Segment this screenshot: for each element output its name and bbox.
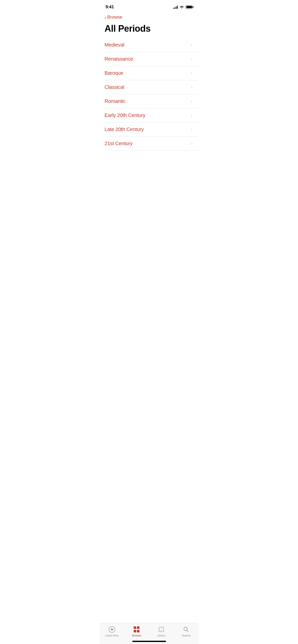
period-name: Renaissance: [105, 56, 133, 62]
list-item[interactable]: Medieval ›: [105, 38, 198, 52]
list-item[interactable]: Late 20th Century ›: [105, 123, 198, 137]
chevron-right-icon: ›: [191, 113, 192, 118]
list-item[interactable]: Romantic ›: [105, 94, 198, 108]
battery-fill: [186, 6, 192, 8]
list-item[interactable]: Early 20th Century ›: [105, 108, 198, 123]
status-icons: [173, 6, 192, 9]
signal-bar-3: [176, 7, 177, 9]
chevron-right-icon: ›: [191, 56, 192, 62]
chevron-right-icon: ›: [191, 85, 192, 90]
chevron-right-icon: ›: [191, 99, 192, 104]
chevron-right-icon: ›: [191, 70, 192, 76]
status-bar: 9:41: [100, 0, 198, 13]
page-title: All Periods: [105, 23, 193, 34]
chevron-right-icon: ›: [191, 141, 192, 146]
period-name: Early 20th Century: [105, 112, 145, 118]
signal-bars-icon: [173, 6, 178, 9]
status-time: 9:41: [106, 5, 114, 10]
period-name: 21st Century: [105, 141, 133, 146]
list-item[interactable]: 21st Century ›: [105, 137, 198, 151]
period-name: Baroque: [105, 70, 123, 76]
page-title-container: All Periods: [100, 21, 198, 38]
back-chevron-icon: ‹: [105, 15, 106, 20]
back-navigation[interactable]: ‹ Browse: [100, 13, 198, 21]
list-item[interactable]: Renaissance ›: [105, 52, 198, 66]
battery-icon: [186, 6, 192, 9]
list-item[interactable]: Baroque ›: [105, 66, 198, 80]
period-list: Medieval › Renaissance › Baroque › Class…: [100, 38, 198, 151]
wifi-icon: [180, 6, 184, 9]
chevron-right-icon: ›: [191, 127, 192, 132]
back-label: Browse: [107, 15, 122, 20]
chevron-right-icon: ›: [191, 42, 192, 48]
period-name: Medieval: [105, 42, 124, 48]
list-item[interactable]: Classical ›: [105, 80, 198, 94]
period-name: Late 20th Century: [105, 127, 144, 132]
signal-bar-4: [177, 6, 178, 9]
period-name: Romantic: [105, 98, 125, 104]
signal-bar-1: [173, 8, 174, 9]
period-name: Classical: [105, 84, 124, 90]
signal-bar-2: [175, 7, 175, 9]
